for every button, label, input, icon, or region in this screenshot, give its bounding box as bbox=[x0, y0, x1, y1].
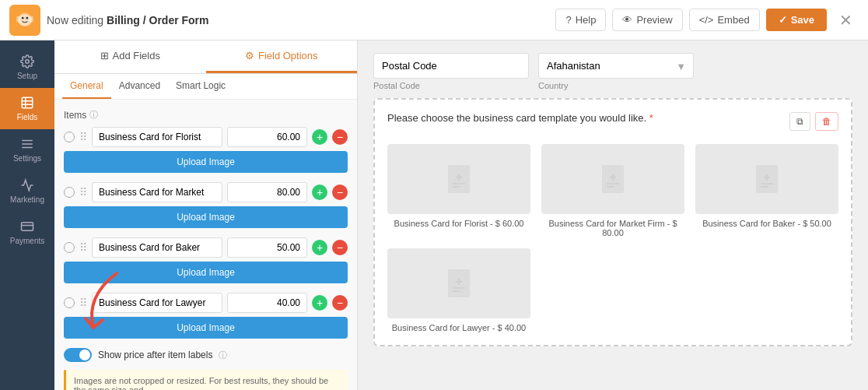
card-item-2: Business Card for Baker - $ 50.00 bbox=[695, 144, 838, 237]
embed-button[interactable]: </> Embed bbox=[689, 9, 760, 31]
card-item-1: Business Card for Market Firm - $ 80.00 bbox=[541, 144, 684, 237]
radio-2[interactable] bbox=[64, 242, 75, 253]
sidebar-item-setup[interactable]: Setup bbox=[0, 47, 54, 88]
sidebar-item-label: Marketing bbox=[10, 195, 44, 204]
country-label: Country bbox=[538, 81, 694, 90]
sidebar-item-marketing[interactable]: Marketing bbox=[0, 170, 54, 212]
help-icon: ? bbox=[565, 14, 571, 26]
cards-grid: Business Card for Florist - $ 60.00 Busi… bbox=[387, 144, 838, 237]
add-item-button-3[interactable]: + bbox=[312, 295, 327, 311]
panel-sub-tabs: General Advanced Smart Logic bbox=[54, 74, 357, 100]
price-input-3[interactable] bbox=[227, 293, 307, 313]
upload-image-button-3[interactable]: Upload Image bbox=[64, 317, 348, 339]
add-item-button-2[interactable]: + bbox=[312, 240, 327, 255]
price-input-1[interactable] bbox=[227, 182, 307, 202]
card-label-0: Business Card for Florist - $ 60.00 bbox=[394, 219, 524, 228]
sidebar-item-payments[interactable]: Payments bbox=[0, 212, 54, 253]
field-name-input-1[interactable] bbox=[92, 182, 222, 202]
address-row: Postal Code Afahanistan ▼ Country bbox=[373, 53, 852, 90]
field-name-input-0[interactable] bbox=[92, 127, 222, 147]
radio-0[interactable] bbox=[64, 132, 75, 142]
svg-point-5 bbox=[30, 16, 34, 22]
drag-handle-3[interactable]: ⠿ bbox=[79, 297, 87, 309]
postal-code-group: Postal Code bbox=[373, 53, 529, 90]
country-group: Afahanistan ▼ Country bbox=[538, 53, 694, 90]
duplicate-button[interactable]: ⧉ bbox=[789, 112, 810, 131]
check-icon: ✓ bbox=[779, 14, 787, 26]
show-price-toggle[interactable] bbox=[64, 348, 92, 362]
card-image-1 bbox=[541, 144, 684, 214]
main-layout: Setup Fields Settings Marketing Payments bbox=[0, 40, 868, 390]
country-select[interactable]: Afahanistan bbox=[538, 53, 694, 79]
close-button[interactable]: ✕ bbox=[833, 8, 859, 33]
postal-code-label: Postal Code bbox=[373, 81, 529, 90]
card-item-0: Business Card for Florist - $ 60.00 bbox=[387, 144, 530, 237]
choices-box: Please choose the business card template… bbox=[373, 98, 852, 346]
choices-question: Please choose the business card template… bbox=[387, 112, 653, 124]
empty-card-2 bbox=[695, 248, 838, 332]
upload-image-button-2[interactable]: Upload Image bbox=[64, 262, 348, 283]
postal-code-input[interactable] bbox=[373, 53, 529, 79]
tab-field-options[interactable]: ⚙ Field Options bbox=[206, 40, 358, 73]
card-image-2 bbox=[695, 144, 838, 214]
choices-header: Please choose the business card template… bbox=[387, 112, 838, 135]
card-image-0 bbox=[387, 144, 530, 214]
sub-tab-general[interactable]: General bbox=[62, 74, 111, 99]
remove-item-button-2[interactable]: − bbox=[332, 240, 348, 255]
grid-icon: ⊞ bbox=[100, 50, 109, 61]
radio-3[interactable] bbox=[64, 297, 75, 308]
info-box: Images are not cropped or resized. For b… bbox=[64, 370, 348, 390]
toggle-row: Show price after item labels ⓘ bbox=[64, 348, 348, 362]
topbar: Now editing Billing / Order Form ? Help … bbox=[0, 0, 868, 40]
remove-item-button-0[interactable]: − bbox=[332, 129, 348, 145]
sidebar-item-fields[interactable]: Fields bbox=[0, 88, 54, 129]
empty-card-1 bbox=[541, 248, 684, 332]
sidebar-item-label: Payments bbox=[10, 237, 44, 245]
save-button[interactable]: ✓ Save bbox=[766, 9, 827, 31]
field-name-input-3[interactable] bbox=[92, 293, 222, 313]
upload-image-button-1[interactable]: Upload Image bbox=[64, 206, 348, 228]
card-label-1: Business Card for Market Firm - $ 80.00 bbox=[541, 219, 684, 237]
sidebar-item-settings[interactable]: Settings bbox=[0, 129, 54, 170]
required-asterisk: * bbox=[649, 112, 653, 124]
radio-1[interactable] bbox=[64, 187, 75, 198]
remove-item-button-3[interactable]: − bbox=[332, 295, 348, 311]
price-input-2[interactable] bbox=[227, 237, 307, 258]
svg-point-6 bbox=[26, 60, 30, 64]
card-image-3 bbox=[387, 248, 530, 318]
field-row-2: ⠿ + − Upload Image bbox=[64, 237, 348, 283]
toggle-help-icon: ⓘ bbox=[219, 350, 227, 361]
preview-button[interactable]: 👁 Preview bbox=[612, 9, 682, 31]
app-logo bbox=[9, 5, 40, 36]
help-button[interactable]: ? Help bbox=[555, 9, 606, 31]
svg-point-3 bbox=[26, 16, 28, 19]
drag-handle-0[interactable]: ⠿ bbox=[79, 131, 87, 143]
sub-tab-advanced[interactable]: Advanced bbox=[111, 74, 168, 99]
delete-button[interactable]: 🗑 bbox=[815, 112, 838, 131]
field-options-panel: ⊞ Add Fields ⚙ Field Options General Adv… bbox=[54, 40, 358, 390]
panel-tabs: ⊞ Add Fields ⚙ Field Options bbox=[54, 40, 357, 74]
field-row-1: ⠿ + − Upload Image bbox=[64, 182, 348, 228]
field-name-input-2[interactable] bbox=[92, 237, 222, 258]
sidebar: Setup Fields Settings Marketing Payments bbox=[0, 40, 54, 390]
add-item-button-0[interactable]: + bbox=[312, 129, 327, 145]
drag-handle-1[interactable]: ⠿ bbox=[79, 186, 87, 199]
help-icon: ⓘ bbox=[89, 109, 98, 121]
content-area: Postal Code Afahanistan ▼ Country Please… bbox=[358, 40, 868, 390]
remove-item-button-1[interactable]: − bbox=[332, 184, 348, 200]
add-item-button-1[interactable]: + bbox=[312, 184, 327, 200]
card-item-3: Business Card for Lawyer - $ 40.00 bbox=[387, 248, 530, 332]
tab-add-fields[interactable]: ⊞ Add Fields bbox=[54, 40, 206, 73]
price-input-0[interactable] bbox=[227, 127, 307, 147]
sidebar-item-label: Settings bbox=[13, 154, 41, 163]
field-row-3: ⠿ + − Upload Image bbox=[64, 293, 348, 339]
eye-icon: 👁 bbox=[622, 14, 632, 26]
sub-tab-smart-logic[interactable]: Smart Logic bbox=[168, 74, 233, 99]
items-label: Items ⓘ bbox=[64, 109, 348, 121]
sliders-icon: ⚙ bbox=[245, 50, 254, 61]
toggle-label: Show price after item labels bbox=[98, 350, 212, 360]
drag-handle-2[interactable]: ⠿ bbox=[79, 241, 87, 254]
upload-image-button-0[interactable]: Upload Image bbox=[64, 151, 348, 173]
sidebar-item-label: Setup bbox=[17, 72, 37, 80]
field-row-0: ⠿ + − Upload Image bbox=[64, 127, 348, 173]
